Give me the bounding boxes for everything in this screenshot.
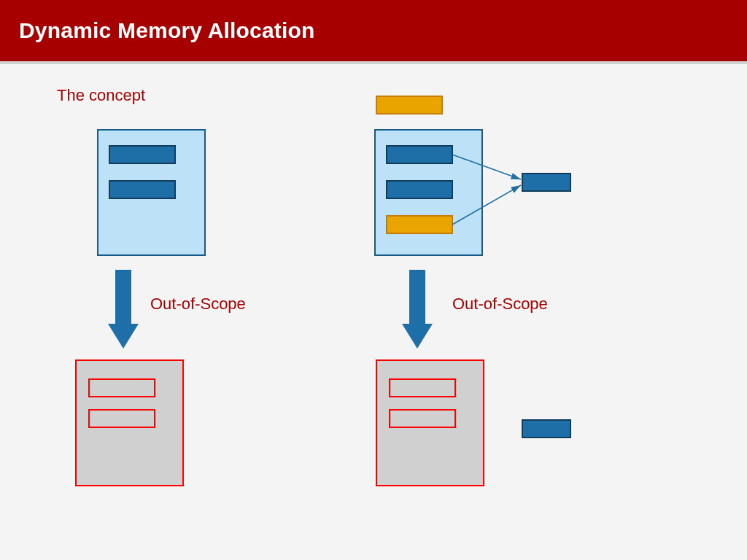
- right-local-var-1: [387, 146, 452, 163]
- diagram-canvas: [0, 0, 747, 560]
- left-out-of-scope-box: [76, 360, 183, 486]
- right-detached-pointer: [376, 96, 442, 114]
- svg-marker-3: [402, 324, 433, 349]
- svg-rect-0: [115, 270, 131, 324]
- right-pointer-var: [387, 216, 452, 233]
- svg-rect-2: [409, 270, 425, 324]
- right-local-var-2: [387, 181, 452, 198]
- left-scope-box: [98, 130, 205, 255]
- left-dead-var-2: [89, 410, 155, 427]
- left-local-var-2: [109, 181, 175, 198]
- right-dead-var-1: [390, 379, 455, 397]
- label-out-of-scope-left: Out-of-Scope: [150, 295, 246, 314]
- pointer-arrow-2-icon: [452, 185, 521, 225]
- svg-marker-1: [108, 324, 139, 349]
- slide-header: Dynamic Memory Allocation: [0, 0, 747, 64]
- slide-title: Dynamic Memory Allocation: [19, 18, 315, 43]
- left-dead-var-1: [89, 379, 155, 397]
- right-out-of-scope-box: [376, 360, 484, 486]
- right-heap-block: [522, 174, 570, 191]
- right-down-arrow-icon: [402, 270, 433, 349]
- left-down-arrow-icon: [108, 270, 139, 349]
- right-dead-var-2: [390, 410, 455, 427]
- pointer-arrow-1-icon: [452, 155, 521, 179]
- slide-subheading: The concept: [57, 86, 145, 105]
- right-scope-box: [375, 130, 482, 255]
- right-surviving-heap-block: [522, 420, 570, 438]
- left-local-var-1: [109, 146, 175, 163]
- label-out-of-scope-right: Out-of-Scope: [452, 295, 548, 314]
